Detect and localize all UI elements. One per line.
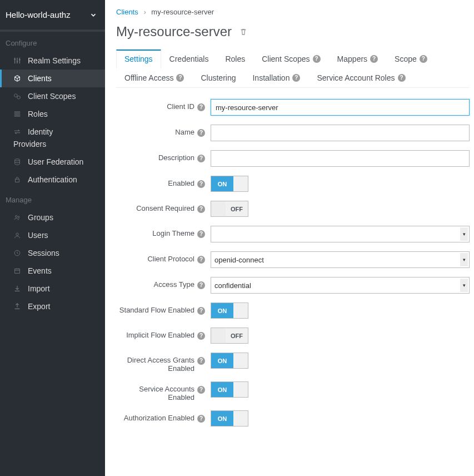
section-configure: Configure (0, 32, 105, 52)
help-icon: ? (398, 74, 406, 82)
sidebar-item-identity-providers[interactable]: Identity (0, 123, 105, 141)
help-icon[interactable]: ? (197, 129, 205, 137)
cube-icon (13, 75, 28, 82)
svg-point-5 (16, 216, 18, 218)
access-type-label: Access Type (154, 280, 194, 289)
help-icon[interactable]: ? (197, 230, 205, 238)
name-input[interactable] (211, 125, 470, 141)
client-id-input[interactable] (211, 99, 470, 116)
help-icon: ? (370, 55, 378, 63)
sidebar-item-label: Import (28, 284, 50, 293)
enabled-label: Enabled (168, 179, 194, 187)
tab-scope[interactable]: Scope? (386, 49, 436, 68)
service-accounts-toggle[interactable]: ON (211, 381, 248, 398)
sidebar-item-roles[interactable]: Roles (0, 105, 105, 123)
sidebar-item-users[interactable]: Users (0, 226, 105, 244)
sidebar-item-realm-settings[interactable]: Realm Settings (0, 52, 105, 70)
help-icon[interactable]: ? (197, 281, 205, 289)
calendar-icon (13, 267, 28, 275)
tab-mappers[interactable]: Mappers? (329, 49, 386, 68)
cubes-icon (13, 92, 28, 100)
help-icon[interactable]: ? (197, 180, 205, 188)
access-type-select[interactable]: confidential▾ (211, 277, 470, 294)
implicit-flow-label: Implicit Flow Enabled (126, 331, 194, 339)
database-icon (13, 158, 28, 166)
svg-point-1 (17, 61, 18, 62)
consent-required-label: Consent Required (136, 204, 194, 212)
import-icon (13, 285, 28, 292)
lock-icon (13, 176, 28, 184)
direct-access-toggle[interactable]: ON (211, 353, 248, 369)
dropdown-arrow-icon: ▾ (460, 253, 468, 266)
sidebar-item-label-providers: Providers (0, 140, 105, 153)
help-icon[interactable]: ? (197, 307, 205, 315)
svg-rect-4 (16, 179, 19, 182)
direct-access-label: Direct Access Grants Enabled (116, 356, 194, 373)
breadcrumb: Clients › my-resource-server (116, 8, 470, 16)
trash-icon[interactable] (240, 28, 247, 36)
sidebar-item-groups[interactable]: Groups (0, 209, 105, 226)
sidebar-item-label: Clients (28, 74, 52, 83)
enabled-toggle[interactable]: ON (211, 176, 248, 192)
description-label: Description (158, 153, 194, 162)
help-icon[interactable]: ? (197, 155, 205, 162)
tab-installation[interactable]: Installation? (244, 68, 308, 87)
help-icon[interactable]: ? (197, 357, 205, 365)
sidebar-item-client-scopes[interactable]: Client Scopes (0, 87, 105, 105)
breadcrumb-current: my-resource-server (151, 8, 214, 16)
sidebar-item-label: User Federation (28, 157, 83, 166)
login-theme-select[interactable]: ▾ (211, 226, 470, 242)
realm-selector[interactable]: Hello-world-authz (0, 0, 105, 29)
sidebar-item-import[interactable]: Import (0, 280, 105, 298)
tab-offline-access[interactable]: Offline Access? (116, 68, 192, 87)
page-title: My-resource-server (116, 24, 470, 39)
help-icon: ? (420, 55, 427, 63)
svg-rect-9 (15, 269, 20, 274)
sidebar-item-label: Realm Settings (28, 56, 81, 65)
sidebar-item-export[interactable]: Export (0, 298, 105, 315)
sidebar: Hello-world-authz Configure Realm Settin… (0, 0, 105, 476)
page-title-text: My-resource-server (116, 24, 232, 39)
list-icon (13, 110, 28, 118)
help-icon: ? (292, 74, 300, 82)
sidebar-item-events[interactable]: Events (0, 262, 105, 280)
client-id-label: Client ID (167, 102, 194, 111)
sidebar-item-label: Authentication (28, 175, 77, 184)
help-icon[interactable]: ? (197, 103, 205, 111)
tab-clustering[interactable]: Clustering (192, 68, 244, 87)
tab-settings[interactable]: Settings (116, 49, 161, 68)
breadcrumb-root[interactable]: Clients (116, 8, 138, 16)
sidebar-item-label: Events (28, 266, 52, 275)
standard-flow-toggle[interactable]: ON (211, 303, 248, 319)
export-icon (13, 303, 28, 310)
help-icon[interactable]: ? (197, 415, 205, 423)
authorization-toggle[interactable]: ON (211, 410, 248, 427)
description-input[interactable] (211, 150, 470, 167)
tab-roles[interactable]: Roles (217, 49, 253, 68)
login-theme-label: Login Theme (152, 229, 194, 237)
dropdown-arrow-icon: ▾ (460, 227, 468, 241)
help-icon[interactable]: ? (197, 332, 205, 340)
implicit-flow-toggle[interactable]: OFF (211, 328, 248, 344)
service-accounts-label: Service Accounts Enabled (116, 385, 194, 401)
help-icon[interactable]: ? (197, 386, 205, 394)
help-icon: ? (313, 55, 321, 63)
sidebar-item-clients[interactable]: Clients (0, 70, 105, 87)
svg-point-6 (18, 216, 19, 218)
client-protocol-select[interactable]: openid-connect▾ (211, 251, 470, 268)
consent-required-toggle[interactable]: OFF (211, 201, 248, 217)
content: Clients › my-resource-server My-resource… (105, 0, 474, 476)
sidebar-item-user-federation[interactable]: User Federation (0, 153, 105, 171)
users-icon (13, 214, 28, 221)
authorization-label: Authorization Enabled (124, 414, 194, 422)
tab-client-scopes[interactable]: Client Scopes? (253, 49, 328, 68)
help-icon[interactable]: ? (197, 256, 205, 264)
tab-credentials[interactable]: Credentials (161, 49, 217, 68)
tab-service-account-roles[interactable]: Service Account Roles? (308, 68, 413, 87)
sliders-icon (13, 57, 28, 65)
help-icon[interactable]: ? (197, 205, 205, 213)
svg-point-7 (16, 233, 18, 235)
sidebar-item-sessions[interactable]: Sessions (0, 244, 105, 262)
sidebar-item-authentication[interactable]: Authentication (0, 171, 105, 189)
tabs: Settings Credentials Roles Client Scopes… (116, 49, 470, 88)
